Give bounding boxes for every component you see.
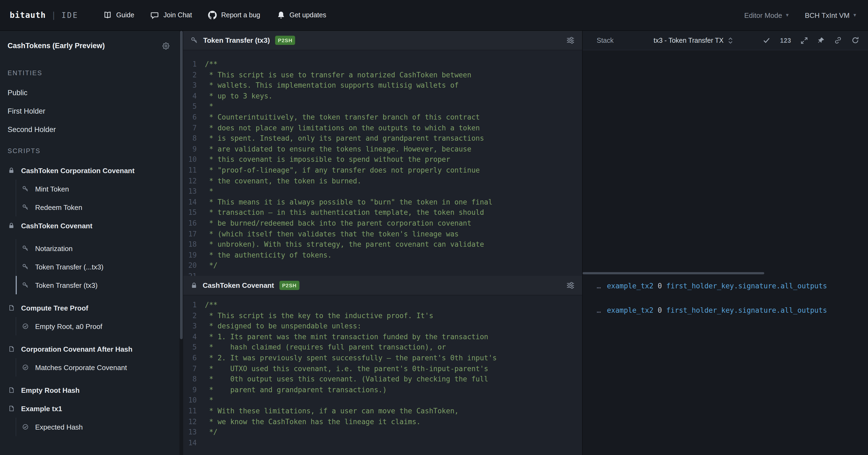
redo-icon[interactable]: [851, 36, 859, 45]
check-icon[interactable]: [763, 36, 771, 45]
sidebar-item-cashtoken-covenant[interactable]: CashToken Covenant: [0, 217, 180, 235]
code-line[interactable]: 5 * hash claimed (requires full parent t…: [183, 342, 582, 353]
number-format-toggle[interactable]: 123: [780, 37, 791, 44]
nav-label: Guide: [116, 11, 134, 19]
code-line[interactable]: 16 * be burned/redeemed back into the pa…: [183, 218, 582, 229]
code-line[interactable]: 18 * unbroken). With this strategy, the …: [183, 239, 582, 250]
sidebar-scrollbar[interactable]: [180, 31, 183, 455]
code-line[interactable]: 4 * up to 3 keys.: [183, 91, 582, 102]
stack-item[interactable]: …example_tx20first_holder_key.signature.…: [583, 280, 868, 291]
stack-identifier: example_tx2: [607, 306, 653, 314]
vm-select[interactable]: BCH TxInt VM ▾: [805, 11, 856, 19]
code-line[interactable]: 20 */: [183, 260, 582, 271]
code-line[interactable]: 3 * designed to be unspendable unless:: [183, 321, 582, 331]
code-line[interactable]: 11 * "proof-of-lineage", if any transfer…: [183, 165, 582, 176]
code-line[interactable]: 5 *: [183, 102, 582, 112]
test-icon: [22, 323, 30, 330]
code-line[interactable]: 10 *: [183, 395, 582, 406]
code-editor[interactable]: 1/**2 * This script is use to transfer a…: [183, 50, 582, 276]
code-line[interactable]: 7 * does not place any limitations on th…: [183, 122, 582, 133]
sidebar-item-example-tx1[interactable]: Example tx1: [0, 399, 180, 418]
line-number: 7: [183, 122, 205, 133]
code-line[interactable]: 13 *: [183, 186, 582, 197]
code-line[interactable]: 2 * This script is the key to the induct…: [183, 310, 582, 321]
code-line[interactable]: 19 * the authenticity of tokens.: [183, 250, 582, 260]
top-right-controls: Editor Mode ▾ BCH TxInt VM ▾: [744, 11, 858, 19]
code-text: * With these limitations, if a user can …: [205, 406, 459, 416]
code-line[interactable]: 1/**: [183, 300, 582, 310]
evaluation-controls: 123: [763, 36, 859, 45]
code-line[interactable]: 2 * This script is use to transfer a not…: [183, 69, 582, 80]
code-line[interactable]: 6 * Counterintuitively, the token transf…: [183, 112, 582, 122]
gear-icon[interactable]: [162, 42, 170, 50]
pin-icon[interactable]: [817, 36, 825, 44]
lock-icon: [191, 282, 197, 289]
guide-link[interactable]: Guide: [97, 6, 141, 24]
key-icon: [22, 245, 30, 252]
editor-mode-select[interactable]: Editor Mode ▾: [744, 11, 788, 19]
nav-label: Get updates: [289, 11, 326, 19]
sidebar-item-token-transfer-tx3[interactable]: Token Transfer (tx3): [0, 276, 180, 294]
code-line[interactable]: 15 * transaction — in this authenticatio…: [183, 207, 582, 218]
code-text: *: [205, 395, 213, 406]
line-number: 14: [183, 437, 205, 448]
line-number: 9: [183, 385, 205, 395]
sidebar-item-notarization[interactable]: Notarization: [0, 239, 180, 258]
code-line[interactable]: 12 * we know the CashToken has the linea…: [183, 416, 582, 427]
code-line[interactable]: 9 * are validated to ensure the tokens l…: [183, 144, 582, 154]
sidebar-item-token-transfer-tx3[interactable]: Token Transfer (...tx3): [0, 258, 180, 276]
sidebar-item-matches-corporate-covenant[interactable]: Matches Corporate Covenant: [0, 358, 180, 376]
sidebar-item-mint-token[interactable]: Mint Token: [0, 180, 180, 198]
code-line[interactable]: 8 * 0th output uses this covenant. (Vali…: [183, 374, 582, 385]
code-line[interactable]: 6 * 2. It was previously spent successfu…: [183, 353, 582, 363]
line-number: 3: [183, 321, 205, 331]
sidebar-scrollbar-thumb[interactable]: [180, 31, 183, 339]
code-editor[interactable]: 1/**2 * This script is the key to the in…: [183, 295, 582, 455]
link-icon[interactable]: [834, 36, 842, 45]
sidebar-item-compute-tree-proof[interactable]: Compute Tree Proof: [0, 298, 180, 317]
sidebar-item-label: CashToken Covenant: [21, 222, 92, 230]
code-text: * unbroken). With this strategy, the par…: [205, 239, 484, 250]
get-updates-link[interactable]: Get updates: [270, 6, 333, 24]
entities-list: PublicFirst HolderSecond Holder: [0, 83, 180, 139]
sidebar-item-empty-root-hash[interactable]: Empty Root Hash: [0, 381, 180, 399]
sidebar-item-expected-hash[interactable]: Expected Hash: [0, 418, 180, 436]
evaluation-viewer-bottom: …example_tx20first_holder_key.signature.…: [583, 276, 868, 455]
code-line[interactable]: 13 */: [183, 427, 582, 437]
line-number: 21: [183, 271, 205, 276]
line-number: 5: [183, 342, 205, 353]
code-line[interactable]: 10 * this covenant is impossible to spen…: [183, 154, 582, 165]
line-number: 11: [183, 406, 205, 416]
code-line[interactable]: 9 * parent and grandparent transactions.…: [183, 385, 582, 395]
sidebar-item-empty-root-a0-proof[interactable]: Empty Root, a0 Proof: [0, 317, 180, 336]
code-text: * transaction — in this authentication t…: [205, 207, 484, 218]
code-line[interactable]: 11 * With these limitations, if a user c…: [183, 406, 582, 416]
code-line[interactable]: 21: [183, 271, 582, 276]
code-line[interactable]: 1/**: [183, 59, 582, 69]
app-logo[interactable]: bitauth: [10, 10, 46, 20]
code-line[interactable]: 7 * UTXO used this covenant, i.e. the pa…: [183, 363, 582, 374]
expand-icon[interactable]: [801, 36, 808, 44]
script-settings-icon[interactable]: [566, 281, 575, 289]
script-icon: [8, 305, 16, 311]
sidebar-item-redeem-token[interactable]: Redeem Token: [0, 198, 180, 217]
sidebar-entity-second-holder[interactable]: Second Holder: [0, 120, 180, 139]
horizontal-scrollbar-thumb[interactable]: [583, 272, 764, 274]
code-line[interactable]: 14: [183, 437, 582, 448]
code-line[interactable]: 17 * (which itself then validates that t…: [183, 229, 582, 239]
code-line[interactable]: 8 * is spent. Instead, only its parent a…: [183, 133, 582, 144]
join-chat-link[interactable]: Join Chat: [144, 6, 198, 24]
code-line[interactable]: 3 * wallets. This implementation support…: [183, 80, 582, 91]
scripts-list: CashToken Corporation CovenantMint Token…: [0, 161, 180, 436]
sidebar-entity-first-holder[interactable]: First Holder: [0, 102, 180, 120]
script-settings-icon[interactable]: [566, 36, 575, 45]
code-line[interactable]: 14 * This means it is always possible to…: [183, 197, 582, 207]
report-bug-link[interactable]: Report a bug: [202, 6, 267, 24]
sidebar-item-cashtoken-corporation-covenant[interactable]: CashToken Corporation Covenant: [0, 161, 180, 180]
sidebar-item-corporation-covenant-after-hash[interactable]: Corporation Covenant After Hash: [0, 340, 180, 358]
code-line[interactable]: 12 * the covenant, the token is burned.: [183, 176, 582, 186]
sidebar-entity-public[interactable]: Public: [0, 83, 180, 102]
code-line[interactable]: 4 * 1. Its parent was the mint transacti…: [183, 332, 582, 342]
stack-item[interactable]: …example_tx20first_holder_key.signature.…: [583, 305, 868, 315]
scenario-select[interactable]: tx3 - Token Transfer TX: [654, 36, 734, 44]
